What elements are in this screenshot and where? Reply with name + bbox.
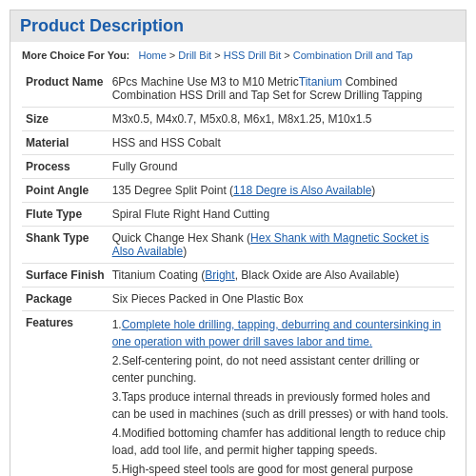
- feature-item-4: 4.Modified bottoming chamfer has additio…: [112, 425, 450, 459]
- spec-row-package: Package Six Pieces Packed in One Plastic…: [22, 288, 454, 311]
- spec-label-size: Size: [22, 108, 109, 131]
- feature-item-5: 5.High-speed steel tools are good for mo…: [112, 461, 450, 476]
- spec-value-surface-finish: Titanium Coating (Bright, Black Oxide ar…: [109, 264, 454, 288]
- features-list: 1.Complete hole drilling, tapping, debur…: [112, 316, 450, 476]
- feature-item-3: 3.Taps produce internal threads in previ…: [112, 388, 450, 423]
- feature-item-1: 1.Complete hole drilling, tapping, debur…: [112, 316, 450, 350]
- spec-row-surface-finish: Surface Finish Titanium Coating (Bright,…: [22, 264, 454, 288]
- spec-label-surface-finish: Surface Finish: [22, 264, 109, 288]
- spec-row-process: Process Fully Ground: [22, 155, 454, 179]
- spec-value-process: Fully Ground: [109, 155, 454, 179]
- feature-item-2: 2.Self-centering point, do not need assi…: [112, 352, 450, 387]
- surface-finish-link[interactable]: Bright: [205, 268, 234, 282]
- product-description-box: Product Description More Choice For You:…: [10, 10, 466, 476]
- spec-row-material: Material HSS and HSS Cobalt: [22, 131, 454, 155]
- shank-type-link[interactable]: Hex Shank with Magnetic Socket is Also A…: [112, 231, 429, 258]
- spec-label-product-name: Product Name: [22, 70, 109, 108]
- spec-label-material: Material: [22, 131, 109, 155]
- spec-value-package: Six Pieces Packed in One Plastic Box: [109, 288, 454, 311]
- spec-row-features: Features 1.Complete hole drilling, tappi…: [22, 311, 454, 477]
- spec-value-material: HSS and HSS Cobalt: [109, 131, 454, 155]
- breadcrumb-home[interactable]: Home: [138, 50, 166, 61]
- spec-value-flute-type: Spiral Flute Right Hand Cutting: [109, 203, 454, 227]
- spec-value-product-name: 6Pcs Machine Use M3 to M10 MetricTitaniu…: [109, 70, 454, 108]
- spec-row-product-name: Product Name 6Pcs Machine Use M3 to M10 …: [22, 70, 454, 108]
- breadcrumb-label: More Choice For You:: [22, 50, 129, 61]
- page-title: Product Description: [20, 16, 456, 36]
- page-wrapper: Product Description More Choice For You:…: [0, 0, 476, 476]
- spec-label-flute-type: Flute Type: [22, 203, 109, 227]
- feature-item-1-text: Complete hole drilling, tapping, deburri…: [112, 318, 442, 348]
- specs-table: Product Name 6Pcs Machine Use M3 to M10 …: [22, 70, 454, 476]
- spec-value-point-angle: 135 Degree Split Point (118 Degre is Als…: [109, 179, 454, 203]
- point-angle-link[interactable]: 118 Degre is Also Available: [233, 184, 371, 197]
- spec-row-size: Size M3x0.5, M4x0.7, M5x0.8, M6x1, M8x1.…: [22, 108, 454, 131]
- spec-row-shank-type: Shank Type Quick Change Hex Shank (Hex S…: [22, 227, 454, 264]
- spec-value-features: 1.Complete hole drilling, tapping, debur…: [109, 311, 454, 477]
- spec-label-process: Process: [22, 155, 109, 179]
- spec-row-flute-type: Flute Type Spiral Flute Right Hand Cutti…: [22, 203, 454, 227]
- spec-value-shank-type: Quick Change Hex Shank (Hex Shank with M…: [109, 227, 454, 264]
- breadcrumb-combination[interactable]: Combination Drill and Tap: [293, 50, 413, 61]
- breadcrumb-drill-bit[interactable]: Drill Bit: [178, 50, 211, 61]
- breadcrumb-hss-drill-bit[interactable]: HSS Drill Bit: [224, 50, 282, 61]
- spec-label-package: Package: [22, 288, 109, 311]
- spec-label-features: Features: [22, 311, 109, 477]
- spec-label-point-angle: Point Angle: [22, 179, 109, 203]
- spec-row-point-angle: Point Angle 135 Degree Split Point (118 …: [22, 179, 454, 203]
- breadcrumb: More Choice For You: Home > Drill Bit > …: [22, 50, 454, 61]
- spec-label-shank-type: Shank Type: [22, 227, 109, 264]
- title-bar: Product Description: [10, 10, 466, 42]
- spec-value-size: M3x0.5, M4x0.7, M5x0.8, M6x1, M8x1.25, M…: [109, 108, 454, 131]
